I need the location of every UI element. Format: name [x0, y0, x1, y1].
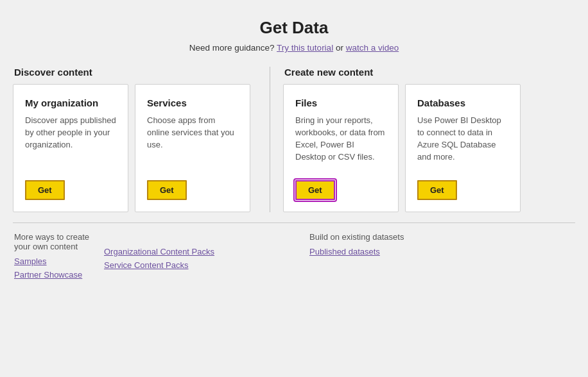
bottom-section: More ways to create your own content Sam… [13, 222, 575, 286]
partner-showcase-link[interactable]: Partner Showcase [14, 270, 104, 280]
discover-section-title: Discover content [13, 67, 257, 78]
sections-row: Discover content My organization Discove… [13, 67, 575, 212]
subtitle-text: Need more guidance? [189, 43, 275, 53]
databases-get-button[interactable]: Get [417, 180, 457, 200]
bottom-col2: Organizational Content Packs Service Con… [104, 232, 245, 280]
my-organization-card: My organization Discover apps published … [13, 84, 128, 212]
my-organization-description: Discover apps published by other people … [25, 115, 116, 151]
page-title: Get Data [0, 18, 588, 38]
create-cards-row: Files Bring in your reports, workbooks, … [283, 84, 575, 212]
databases-footer: Get [417, 180, 508, 200]
published-datasets-link[interactable]: Published datasets [309, 247, 574, 256]
subtitle-row: Need more guidance? Try this tutorial or… [0, 43, 588, 53]
org-content-packs-link[interactable]: Organizational Content Packs [104, 247, 245, 256]
services-card: Services Choose apps from online service… [135, 84, 250, 212]
files-card: Files Bring in your reports, workbooks, … [283, 84, 399, 212]
my-organization-title: My organization [25, 97, 116, 108]
build-title: Build on existing datasets [309, 232, 574, 242]
services-description: Choose apps from online services that yo… [147, 115, 238, 151]
my-organization-footer: Get [25, 180, 116, 200]
discover-section: Discover content My organization Discove… [13, 67, 257, 212]
databases-title: Databases [417, 97, 508, 108]
files-footer: Get [295, 180, 386, 200]
services-title: Services [147, 97, 238, 108]
files-get-button[interactable]: Get [295, 180, 335, 200]
page-header: Get Data Need more guidance? Try this tu… [0, 0, 588, 60]
bottom-right: Build on existing datasets Published dat… [309, 232, 574, 280]
main-content: Discover content My organization Discove… [0, 60, 588, 377]
page-wrapper: Get Data Need more guidance? Try this tu… [0, 0, 588, 377]
databases-card: Databases Use Power BI Desktop to connec… [405, 84, 521, 212]
or-text: or [336, 43, 346, 53]
samples-link[interactable]: Samples [14, 256, 104, 266]
bottom-col1: More ways to create your own content Sam… [14, 232, 104, 280]
tutorial-link[interactable]: Try this tutorial [277, 43, 333, 53]
more-ways-title-spacer [104, 232, 245, 242]
services-footer: Get [147, 180, 238, 200]
files-description: Bring in your reports, workbooks, or dat… [295, 115, 386, 163]
more-ways-title: More ways to create your own content [14, 232, 104, 251]
create-section: Create new content Files Bring in your r… [283, 67, 575, 212]
video-link[interactable]: watch a video [346, 43, 399, 53]
databases-description: Use Power BI Desktop to connect to data … [417, 115, 508, 163]
my-organization-get-button[interactable]: Get [25, 180, 65, 200]
files-title: Files [295, 97, 386, 108]
discover-cards-row: My organization Discover apps published … [13, 84, 257, 212]
services-get-button[interactable]: Get [147, 180, 187, 200]
create-section-title: Create new content [283, 67, 575, 78]
section-divider [270, 67, 270, 212]
service-content-packs-link[interactable]: Service Content Packs [104, 260, 245, 270]
bottom-left: More ways to create your own content Sam… [14, 232, 309, 280]
